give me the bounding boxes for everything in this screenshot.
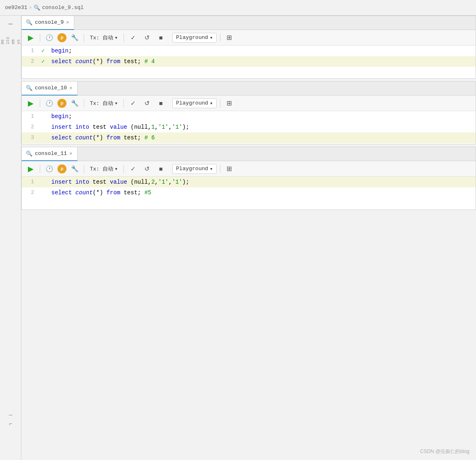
tab-row-10: 🔍 console_10 ✕ bbox=[22, 82, 476, 96]
tab-console-11[interactable]: 🔍 console_11 ✕ bbox=[22, 147, 78, 161]
tx-chevron-9: ▾ bbox=[114, 34, 118, 41]
tx-dropdown-11[interactable]: Tx: 自动 ▾ bbox=[87, 164, 120, 173]
profile-button-11[interactable]: p bbox=[57, 164, 66, 173]
sidebar: — ojerllenmeitoemysysys — ⌐ bbox=[0, 16, 21, 460]
line-code-10-1[interactable]: begin; bbox=[48, 111, 476, 122]
playground-chevron-11: ▾ bbox=[210, 166, 213, 172]
code-line-9-1: 1 ✓ begin; bbox=[22, 46, 476, 56]
console-panel-9: 🔍 console_9 ✕ ▶ 🕐 p 🔧 Tx: 自动 ▾ ✓ ↺ ■ Pla… bbox=[21, 16, 476, 79]
tab-console-9[interactable]: 🔍 console_9 ✕ bbox=[22, 16, 74, 30]
line-code-10-3[interactable]: select count(*) from test; # 6 bbox=[48, 132, 476, 143]
sidebar-bracket: ⌐ bbox=[9, 421, 12, 427]
tx-label-11: Tx: 自动 bbox=[90, 165, 113, 173]
code-line-10-2: 2 insert into test value (null,1,'1','1'… bbox=[22, 122, 476, 132]
grid-button-9[interactable]: ⊞ bbox=[224, 32, 235, 43]
sep-3 bbox=[124, 34, 124, 42]
line-check-9-2: ✓ bbox=[38, 56, 48, 67]
sidebar-dash: — bbox=[9, 412, 12, 418]
line-num-9-1: 1 bbox=[22, 46, 38, 56]
tab-icon-9: 🔍 bbox=[26, 19, 32, 26]
line-num-10-3: 3 bbox=[22, 132, 38, 143]
console-panel-11: 🔍 console_11 ✕ ▶ 🕐 p 🔧 Tx: 自动 ▾ ✓ ↺ ■ Pl… bbox=[21, 147, 476, 210]
settings-button-9[interactable]: 🔧 bbox=[69, 32, 80, 43]
undo-button-11[interactable]: ↺ bbox=[141, 163, 153, 175]
sidebar-bottom: — ⌐ bbox=[0, 412, 21, 427]
line-num-9-2: 2 bbox=[22, 56, 38, 67]
check-button-10[interactable]: ✓ bbox=[127, 98, 139, 109]
breadcrumb-hash: oe92e31 bbox=[5, 5, 27, 11]
check-button-11[interactable]: ✓ bbox=[127, 163, 139, 175]
tab-close-10[interactable]: ✕ bbox=[69, 85, 72, 91]
tab-icon-11: 🔍 bbox=[26, 150, 32, 157]
sep-4 bbox=[220, 34, 220, 42]
code-area-9: 1 ✓ begin; 2 ✓ select count(*) from test… bbox=[22, 46, 476, 78]
history-button-10[interactable]: 🕐 bbox=[43, 98, 55, 109]
playground-label-11: Playground bbox=[176, 166, 208, 172]
file-icon: 🔍 bbox=[34, 5, 40, 11]
playground-btn-11[interactable]: Playground ▾ bbox=[172, 164, 217, 174]
console-panel-10: 🔍 console_10 ✕ ▶ 🕐 p 🔧 Tx: 自动 ▾ ✓ ↺ ■ Pl… bbox=[21, 81, 476, 144]
grid-button-11[interactable]: ⊞ bbox=[224, 163, 235, 175]
toolbar-9: ▶ 🕐 p 🔧 Tx: 自动 ▾ ✓ ↺ ■ Playground ▾ ⊞ bbox=[22, 30, 476, 46]
settings-button-11[interactable]: 🔧 bbox=[69, 163, 80, 175]
profile-button-10[interactable]: p bbox=[57, 99, 66, 108]
sep-1 bbox=[40, 34, 40, 42]
line-code-9-2[interactable]: select count(*) from test; # 4 bbox=[48, 56, 476, 67]
main-content: 🔍 console_9 ✕ ▶ 🕐 p 🔧 Tx: 自动 ▾ ✓ ↺ ■ Pla… bbox=[21, 16, 476, 460]
run-button-11[interactable]: ▶ bbox=[25, 163, 37, 175]
code-line-9-2: 2 ✓ select count(*) from test; # 4 bbox=[22, 56, 476, 67]
sep-1c bbox=[40, 165, 40, 173]
settings-button-10[interactable]: 🔧 bbox=[69, 98, 80, 109]
stop-button-10[interactable]: ■ bbox=[155, 98, 167, 109]
tab-row-9: 🔍 console_9 ✕ bbox=[22, 16, 476, 30]
breadcrumb-separator: › bbox=[29, 5, 32, 11]
line-code-9-1[interactable]: begin; bbox=[48, 46, 476, 56]
line-num-10-1: 1 bbox=[22, 111, 38, 122]
grid-button-10[interactable]: ⊞ bbox=[224, 98, 235, 109]
tab-close-9[interactable]: ✕ bbox=[66, 19, 69, 25]
playground-chevron-9: ▾ bbox=[210, 34, 213, 41]
sep-2c bbox=[84, 165, 84, 173]
undo-button-9[interactable]: ↺ bbox=[141, 32, 153, 43]
line-code-10-2[interactable]: insert into test value (null,1,'1','1'); bbox=[48, 122, 476, 132]
line-code-11-2[interactable]: select count(*) from test; #5 bbox=[48, 187, 476, 198]
tx-dropdown-10[interactable]: Tx: 自动 ▾ bbox=[87, 99, 120, 108]
tx-label-9: Tx: 自动 bbox=[90, 34, 113, 41]
tab-label-9: console_9 bbox=[35, 19, 64, 25]
playground-btn-9[interactable]: Playground ▾ bbox=[172, 33, 217, 43]
sep-2b bbox=[84, 99, 84, 107]
history-button-11[interactable]: 🕐 bbox=[43, 163, 55, 175]
tab-icon-10: 🔍 bbox=[26, 85, 32, 91]
check-button-9[interactable]: ✓ bbox=[127, 32, 139, 43]
undo-button-10[interactable]: ↺ bbox=[141, 98, 153, 109]
line-num-11-2: 2 bbox=[22, 187, 38, 198]
line-code-11-1[interactable]: insert into test value (null,2,'1','1'); bbox=[48, 177, 476, 187]
stop-button-11[interactable]: ■ bbox=[155, 163, 167, 175]
breadcrumb-bar: oe92e31 › 🔍 console_9.sql bbox=[0, 0, 476, 16]
history-button-9[interactable]: 🕐 bbox=[43, 32, 55, 43]
run-button-9[interactable]: ▶ bbox=[25, 32, 37, 43]
tab-label-10: console_10 bbox=[35, 85, 67, 91]
playground-label-10: Playground bbox=[176, 100, 208, 106]
line-num-10-2: 2 bbox=[22, 122, 38, 132]
line-check-9-1: ✓ bbox=[38, 46, 48, 56]
tab-console-10[interactable]: 🔍 console_10 ✕ bbox=[22, 82, 78, 96]
tab-close-11[interactable]: ✕ bbox=[69, 150, 72, 157]
tab-label-11: console_11 bbox=[35, 150, 67, 157]
sep-4b bbox=[220, 99, 220, 107]
tab-row-11: 🔍 console_11 ✕ bbox=[22, 147, 476, 161]
profile-button-9[interactable]: p bbox=[57, 33, 66, 42]
tx-chevron-10: ▾ bbox=[114, 100, 118, 107]
playground-btn-10[interactable]: Playground ▾ bbox=[172, 98, 217, 108]
sidebar-minimize-btn[interactable]: — bbox=[5, 19, 16, 30]
sep-2 bbox=[84, 34, 84, 42]
sep-3b bbox=[124, 99, 124, 107]
run-button-10[interactable]: ▶ bbox=[25, 98, 37, 109]
stop-button-9[interactable]: ■ bbox=[155, 32, 167, 43]
playground-chevron-10: ▾ bbox=[210, 100, 213, 107]
breadcrumb-filename: console_9.sql bbox=[42, 5, 83, 11]
sep-4c bbox=[220, 165, 220, 173]
code-line-11-2: 2 select count(*) from test; #5 bbox=[22, 187, 476, 198]
sep-1b bbox=[40, 99, 40, 107]
tx-dropdown-9[interactable]: Tx: 自动 ▾ bbox=[87, 33, 120, 42]
